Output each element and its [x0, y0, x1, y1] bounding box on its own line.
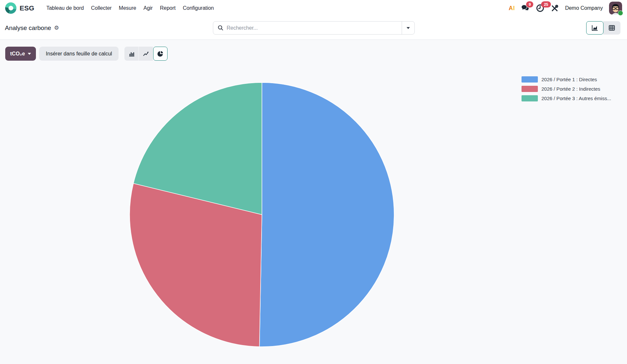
legend-label: 2026 / Portée 2 : Indirectes — [541, 86, 600, 92]
pie-chart-button[interactable] — [153, 47, 168, 61]
navbar: ESG Tableau de bord Collecter Mesure Agi… — [0, 0, 627, 16]
company-switcher[interactable]: Demo Company — [565, 5, 603, 11]
app-header: ESG Tableau de bord Collecter Mesure Agi… — [0, 0, 627, 40]
legend-item[interactable]: 2026 / Portée 1 : Directes — [522, 75, 611, 84]
control-panel: Analyse carbone ⚙ — [0, 16, 627, 39]
navbar-systray: AI 9 25 — [508, 2, 622, 15]
tools-button[interactable] — [551, 4, 559, 12]
search-icon — [217, 25, 224, 31]
ai-assistant-icon[interactable]: AI — [508, 5, 515, 12]
graph-view: tCO₂e Insérer dans feuille de calcul — [0, 40, 627, 364]
measures-button[interactable]: tCO₂e — [5, 47, 36, 61]
search-bar — [213, 21, 415, 35]
legend-swatch — [522, 86, 538, 92]
page-title: Analyse carbone — [5, 24, 51, 32]
messages-count-badge: 9 — [526, 1, 533, 8]
legend-swatch — [522, 76, 538, 83]
legend-label: 2026 / Portée 3 : Autres émiss... — [541, 96, 611, 101]
line-chart-button[interactable] — [139, 47, 153, 61]
gear-icon[interactable]: ⚙ — [54, 25, 59, 31]
view-switcher — [586, 21, 620, 35]
view-pivot-button[interactable] — [603, 21, 620, 35]
menu-tableau-de-bord[interactable]: Tableau de bord — [43, 0, 88, 16]
user-avatar[interactable] — [609, 2, 622, 15]
menu-configuration[interactable]: Configuration — [179, 0, 217, 16]
view-graph-button[interactable] — [586, 21, 603, 35]
area-chart-icon — [591, 24, 599, 32]
pie-chart — [128, 81, 396, 348]
messages-button[interactable]: 9 — [521, 4, 530, 12]
search-filters-toggle[interactable] — [402, 22, 414, 34]
pie-slice[interactable] — [259, 83, 394, 347]
activities-count-badge: 25 — [541, 1, 551, 8]
insert-in-spreadsheet-button[interactable]: Insérer dans feuille de calcul — [39, 47, 119, 61]
pie-chart-icon — [157, 50, 164, 57]
menu-agir[interactable]: Agir — [140, 0, 156, 16]
chevron-down-icon — [407, 27, 410, 29]
menu-report[interactable]: Report — [156, 0, 179, 16]
tools-icon — [551, 4, 559, 12]
line-chart-icon — [142, 50, 150, 57]
bar-chart-icon — [128, 50, 135, 57]
bar-chart-button[interactable] — [124, 47, 139, 61]
menu-collecter[interactable]: Collecter — [88, 0, 115, 16]
graph-toolbar: tCO₂e Insérer dans feuille de calcul — [5, 47, 168, 61]
legend-label: 2026 / Portée 1 : Directes — [541, 77, 597, 82]
online-status-dot — [618, 10, 623, 16]
chevron-down-icon — [28, 53, 31, 55]
app-switcher[interactable]: ESG — [5, 2, 43, 14]
legend-swatch — [522, 95, 538, 101]
legend-item[interactable]: 2026 / Portée 3 : Autres émiss... — [522, 94, 611, 103]
main-menu: Tableau de bord Collecter Mesure Agir Re… — [43, 0, 217, 16]
activities-button[interactable]: 25 — [536, 4, 544, 12]
legend-item[interactable]: 2026 / Portée 2 : Indirectes — [522, 84, 611, 94]
measure-label: tCO₂e — [10, 51, 25, 57]
chart-legend: 2026 / Portée 1 : Directes2026 / Portée … — [522, 75, 611, 103]
pivot-table-icon — [608, 24, 616, 32]
menu-mesure[interactable]: Mesure — [115, 0, 140, 16]
search-input[interactable] — [227, 25, 397, 31]
esg-logo-icon — [5, 2, 17, 14]
chart-type-switcher — [124, 47, 168, 61]
app-name[interactable]: ESG — [20, 4, 34, 12]
